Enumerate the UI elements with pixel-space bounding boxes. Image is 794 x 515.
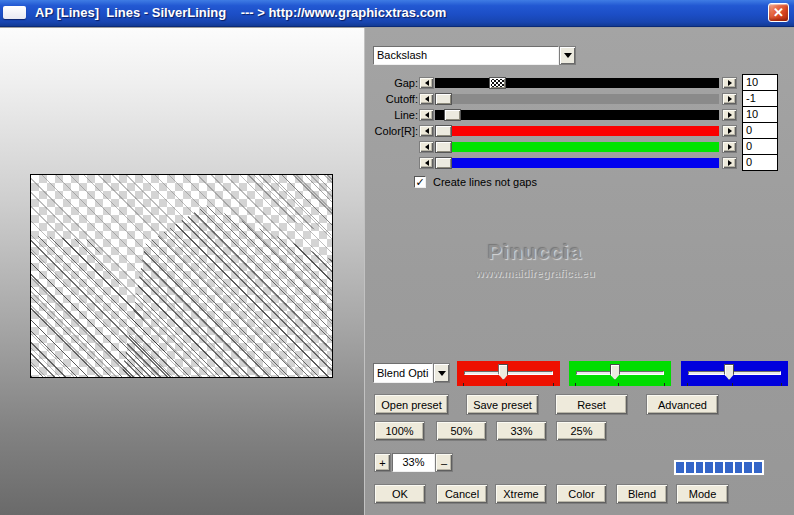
- cutoff-value-field[interactable]: -1: [742, 90, 778, 107]
- color-r-increment-button[interactable]: [722, 125, 737, 137]
- titlebar[interactable]: AP [Lines] Lines - SilverLining --- > ht…: [0, 0, 794, 27]
- chevron-down-icon: [438, 371, 446, 376]
- cancel-button[interactable]: Cancel: [436, 484, 488, 504]
- reset-button[interactable]: Reset: [555, 394, 628, 415]
- line-increment-button[interactable]: [722, 109, 737, 121]
- cutoff-slider-track[interactable]: [435, 94, 719, 104]
- mode-button[interactable]: Mode: [676, 484, 729, 504]
- pattern-dropdown-value: Backslash: [373, 46, 559, 65]
- arrow-right-icon: [728, 80, 732, 86]
- blend-button[interactable]: Blend: [616, 484, 668, 504]
- blue-channel-thumb[interactable]: [724, 364, 734, 380]
- arrow-left-icon: [425, 96, 429, 102]
- line-decrement-button[interactable]: [419, 109, 434, 121]
- app-icon: [3, 6, 26, 19]
- color-b-decrement-button[interactable]: [419, 157, 434, 169]
- slider-label-gap: Gap:: [365, 77, 418, 89]
- color-b-slider-thumb[interactable]: [435, 157, 452, 169]
- red-channel-thumb[interactable]: [498, 364, 508, 380]
- color-r-slider-thumb[interactable]: [435, 125, 452, 137]
- green-channel-thumb[interactable]: [610, 364, 620, 380]
- slider-groove: [576, 371, 664, 375]
- slider-label-color-r: Color[R]:: [365, 125, 418, 137]
- watermark-name: Pinuccia: [445, 240, 625, 264]
- arrow-right-icon: [728, 128, 732, 134]
- zoom-50-button[interactable]: 50%: [436, 421, 487, 441]
- control-panel: Backslash Gap: 10 Cutoff: -1 Line: 10: [364, 28, 794, 515]
- color-b-slider-track[interactable]: [435, 158, 719, 168]
- line-value-field[interactable]: 10: [742, 106, 778, 123]
- arrow-left-icon: [425, 128, 429, 134]
- pattern-dropdown-button[interactable]: [559, 46, 576, 65]
- cutoff-slider-thumb[interactable]: [435, 93, 452, 105]
- zoom-33-button[interactable]: 33%: [496, 421, 547, 441]
- zoom-100-button[interactable]: 100%: [374, 421, 425, 441]
- advanced-button[interactable]: Advanced: [646, 394, 719, 415]
- line-slider-thumb[interactable]: [444, 109, 461, 121]
- arrow-left-icon: [425, 160, 429, 166]
- create-lines-checkbox[interactable]: ✓: [414, 176, 426, 188]
- arrow-right-icon: [728, 112, 732, 118]
- gap-slider-track[interactable]: [435, 78, 719, 88]
- arrow-left-icon: [425, 144, 429, 150]
- slider-groove: [688, 371, 781, 375]
- save-preset-button[interactable]: Save preset: [466, 394, 539, 415]
- color-r-value-field[interactable]: 0: [742, 122, 778, 139]
- color-g-decrement-button[interactable]: [419, 141, 434, 153]
- gap-decrement-button[interactable]: [419, 77, 434, 89]
- color-g-slider-track[interactable]: [435, 142, 719, 152]
- zoom-25-button[interactable]: 25%: [556, 421, 607, 441]
- color-button[interactable]: Color: [556, 484, 607, 504]
- color-r-slider-track[interactable]: [435, 126, 719, 136]
- chevron-down-icon: [564, 53, 572, 58]
- arrow-left-icon: [425, 112, 429, 118]
- color-r-decrement-button[interactable]: [419, 125, 434, 137]
- zoom-out-button[interactable]: –: [435, 453, 453, 472]
- color-g-value-field[interactable]: 0: [742, 138, 778, 155]
- watermark: Pinuccia www.maidiregrafica.eu: [445, 240, 625, 279]
- cutoff-increment-button[interactable]: [722, 93, 737, 105]
- slider-groove: [464, 371, 553, 375]
- ok-button[interactable]: OK: [374, 484, 426, 504]
- color-g-increment-button[interactable]: [722, 141, 737, 153]
- xtreme-button[interactable]: Xtreme: [495, 484, 547, 504]
- open-preset-button[interactable]: Open preset: [374, 394, 449, 415]
- arrow-left-icon: [425, 80, 429, 86]
- gap-increment-button[interactable]: [722, 77, 737, 89]
- arrow-right-icon: [728, 96, 732, 102]
- zoom-level-field[interactable]: 33%: [392, 453, 435, 472]
- window-title: AP [Lines] Lines - SilverLining --- > ht…: [35, 5, 446, 20]
- color-b-increment-button[interactable]: [722, 157, 737, 169]
- arrow-right-icon: [728, 160, 732, 166]
- blend-options-dropdown[interactable]: Blend Opti: [373, 363, 450, 383]
- pattern-preview[interactable]: [30, 174, 333, 378]
- close-icon: ✕: [773, 5, 784, 20]
- gap-slider-thumb[interactable]: [489, 77, 506, 89]
- close-button[interactable]: ✕: [768, 3, 789, 22]
- green-channel-slider[interactable]: [569, 361, 671, 386]
- plugin-dialog: AP [Lines] Lines - SilverLining --- > ht…: [0, 0, 794, 515]
- slider-label-cutoff: Cutoff:: [365, 93, 418, 105]
- cutoff-decrement-button[interactable]: [419, 93, 434, 105]
- zoom-in-button[interactable]: +: [374, 453, 391, 472]
- create-lines-checkbox-label: Create lines not gaps: [433, 176, 537, 188]
- progress-bar: [673, 459, 765, 476]
- blue-channel-slider[interactable]: [681, 361, 788, 386]
- blend-options-dropdown-button[interactable]: [433, 363, 450, 383]
- blend-options-value: Blend Opti: [373, 363, 433, 383]
- slider-label-line: Line:: [365, 109, 418, 121]
- watermark-site: www.maidiregrafica.eu: [445, 267, 625, 279]
- color-b-value-field[interactable]: 0: [742, 154, 778, 171]
- check-icon: ✓: [415, 176, 424, 188]
- arrow-right-icon: [728, 144, 732, 150]
- gap-value-field[interactable]: 10: [742, 74, 778, 91]
- line-slider-track[interactable]: [435, 110, 719, 120]
- color-g-slider-thumb[interactable]: [435, 141, 452, 153]
- red-channel-slider[interactable]: [457, 361, 560, 386]
- pattern-dropdown[interactable]: Backslash: [373, 46, 576, 65]
